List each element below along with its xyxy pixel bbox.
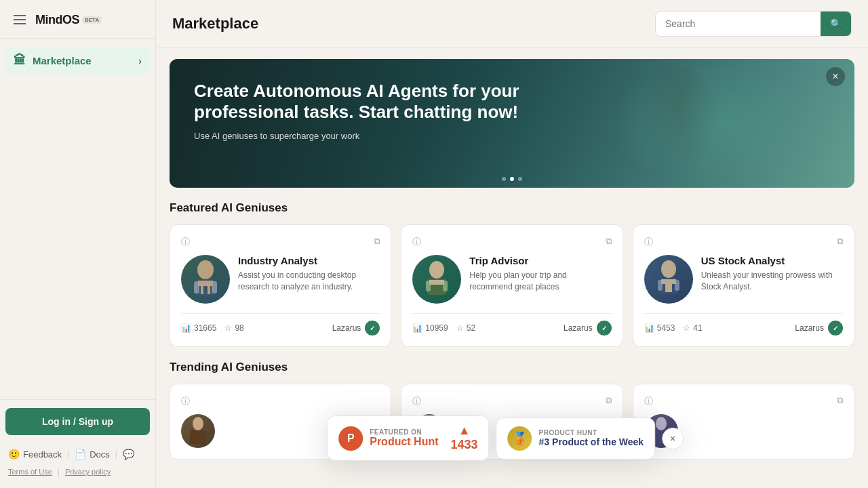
card-footer: 📊 31665 ☆ 98 Lazarus ✓ (181, 313, 380, 336)
ph-week-card[interactable]: 🥉 PRODUCT HUNT #3 Product of the Week (496, 418, 656, 460)
card-author: Lazarus ✓ (564, 321, 612, 336)
card-stats: 📊 31665 ☆ 98 (181, 323, 244, 333)
docs-label: Docs (90, 449, 110, 460)
card-name: Industry Analyst (238, 255, 380, 266)
author-avatar: ✓ (828, 321, 843, 336)
card-info-icon[interactable]: ⓘ (181, 395, 190, 407)
ph-featured-label: FEATURED ON (370, 428, 438, 436)
hamburger-icon[interactable] (11, 12, 28, 27)
card-external-icon[interactable]: ⧉ (606, 236, 612, 247)
bar-chart-icon: 📊 (644, 323, 654, 333)
card-author: Lazarus ✓ (795, 321, 843, 336)
sidebar-item-marketplace[interactable]: 🏛 Marketplace › (5, 47, 150, 75)
banner-dot-1 (502, 177, 506, 181)
page-title: Marketplace (172, 15, 258, 33)
card-desc: Unleash your investing prowess with Stoc… (701, 270, 843, 293)
svg-rect-19 (190, 430, 206, 444)
svg-rect-6 (208, 286, 210, 294)
card-stats: 📊 5453 ☆ 41 (644, 323, 703, 333)
community-icon: 💬 (123, 449, 134, 460)
ph-featured-card[interactable]: P FEATURED ON Product Hunt ▲ 1433 (327, 415, 489, 461)
card-info-icon[interactable]: ⓘ (412, 236, 421, 248)
star-icon: ☆ (683, 323, 690, 333)
ph-close-button[interactable]: × (662, 428, 684, 449)
card-stats: 📊 10959 ☆ 52 (412, 323, 475, 333)
card-stat-stars: ☆ 98 (224, 323, 243, 333)
banner-content: Create Autonomous AI Agents for your pro… (170, 59, 854, 163)
search-input[interactable] (656, 12, 821, 36)
card-stat-stars: ☆ 52 (456, 323, 475, 333)
footer-links: 🙂 Feedback | 📄 Docs | 💬 (5, 446, 150, 465)
logo-text: MindOS (35, 13, 79, 27)
feedback-label: Feedback (23, 449, 62, 460)
ph-medal-icon: 🥉 (508, 426, 532, 451)
stat-count-value: 5453 (657, 323, 675, 333)
stat-star-value: 52 (467, 323, 475, 333)
banner-dots (502, 177, 522, 181)
trending-section-title: Trending AI Geniuses (170, 361, 854, 374)
svg-point-12 (661, 260, 676, 278)
featured-section-title: Featured AI Geniuses (170, 201, 854, 215)
featured-cards-grid: ⓘ ⧉ (170, 224, 854, 347)
card-info-icon[interactable]: ⓘ (644, 236, 653, 248)
feedback-link[interactable]: 🙂 Feedback (8, 449, 62, 460)
terms-divider: | (58, 468, 60, 477)
card-footer: 📊 5453 ☆ 41 Lazarus ✓ (644, 313, 843, 336)
card-footer: 📊 10959 ☆ 52 Lazarus ✓ (412, 313, 611, 336)
card-desc: Help you plan your trip and recommend gr… (469, 270, 611, 293)
card-external-icon[interactable]: ⧉ (606, 395, 612, 406)
svg-point-7 (429, 261, 444, 279)
card-author: Lazarus ✓ (332, 321, 380, 336)
search-button[interactable]: 🔍 (821, 12, 851, 36)
star-icon: ☆ (456, 323, 464, 333)
card-top-row: ⓘ (181, 395, 380, 407)
svg-rect-4 (198, 281, 213, 286)
ph-featured-text: FEATURED ON Product Hunt (370, 428, 438, 448)
card-text: Industry Analyst Assist you in conductin… (238, 255, 380, 293)
ph-upvote-arrow: ▲ (458, 424, 471, 436)
main-content: Marketplace 🔍 Create Autonomous AI Agent… (156, 0, 868, 488)
banner-dot-2 (510, 177, 514, 181)
sidebar: MindOS BETA 🏛 Marketplace › Log in / Sig… (0, 0, 156, 488)
card-external-icon[interactable]: ⧉ (837, 236, 843, 247)
author-name: Lazarus (795, 323, 824, 333)
card-info-icon[interactable]: ⓘ (412, 395, 421, 407)
terms-of-use-link[interactable]: Terms of Use (8, 468, 52, 477)
ph-week-text: PRODUCT HUNT #3 Product of the Week (539, 429, 644, 447)
privacy-policy-link[interactable]: Privacy policy (65, 468, 111, 477)
trip-avatar (412, 255, 461, 304)
card-name: Trip Advisor (469, 255, 611, 266)
card-external-icon[interactable]: ⧉ (837, 395, 843, 406)
star-icon: ☆ (224, 323, 232, 333)
card-top-row: ⓘ ⧉ (644, 236, 843, 248)
topbar: Marketplace 🔍 (156, 0, 868, 48)
card-info-icon[interactable]: ⓘ (181, 236, 190, 248)
banner-title: Create Autonomous AI Agents for your pro… (194, 81, 601, 123)
login-button[interactable]: Log in / Sign up (5, 408, 150, 435)
card-external-icon[interactable]: ⧉ (374, 236, 380, 247)
ph-week-label: PRODUCT HUNT (539, 429, 644, 436)
docs-link[interactable]: 📄 Docs (75, 449, 110, 460)
card-text: US Stock Analyst Unleash your investing … (701, 255, 843, 293)
svg-rect-17 (665, 284, 672, 292)
author-avatar: ✓ (597, 321, 612, 336)
marketplace-icon: 🏛 (14, 54, 26, 68)
logo-container: MindOS BETA (35, 13, 102, 27)
docs-icon: 📄 (75, 449, 86, 460)
beta-badge: BETA (82, 16, 102, 24)
banner-close-button[interactable]: × (826, 67, 845, 86)
bar-chart-icon: 📊 (412, 323, 422, 333)
card-top-row: ⓘ ⧉ (644, 395, 843, 407)
svg-rect-5 (201, 286, 203, 294)
card-info-icon[interactable]: ⓘ (644, 395, 653, 407)
community-link[interactable]: 💬 (123, 449, 134, 460)
card-desc: Assist you in conducting desktop researc… (238, 270, 380, 293)
card-top-row: ⓘ ⧉ (412, 236, 611, 248)
card-main: Industry Analyst Assist you in conductin… (181, 255, 380, 304)
ph-count-number: 1433 (451, 438, 478, 452)
bar-chart-icon: 📊 (181, 323, 191, 333)
sidebar-footer: Log in / Sign up 🙂 Feedback | 📄 Docs | 💬… (0, 399, 155, 488)
card-main: Trip Advisor Help you plan your trip and… (412, 255, 611, 304)
banner-subtitle: Use AI geniuses to supercharge your work (194, 131, 830, 141)
card-stat-count: 📊 31665 (181, 323, 216, 333)
